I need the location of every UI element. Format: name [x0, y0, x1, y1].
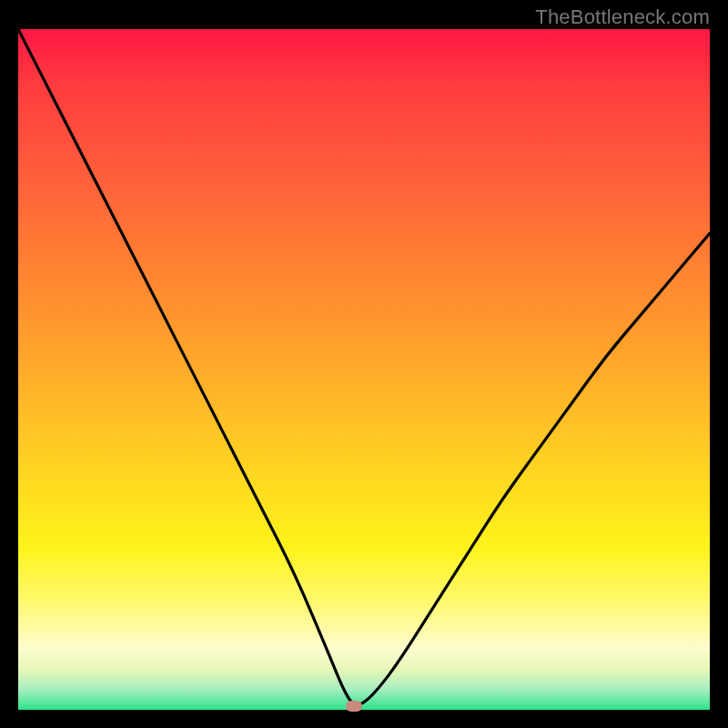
watermark-text: TheBottleneck.com — [535, 5, 710, 29]
curve-svg — [18, 29, 710, 710]
plot-area — [18, 29, 710, 710]
chart-frame: TheBottleneck.com — [0, 0, 728, 728]
curve-path — [18, 29, 710, 705]
min-marker — [346, 701, 362, 712]
